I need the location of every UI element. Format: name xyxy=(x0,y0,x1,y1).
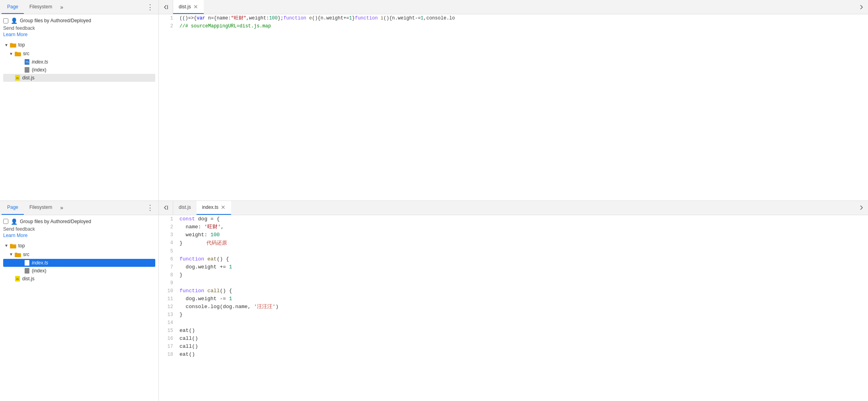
restore-label: 代码还原 xyxy=(206,240,227,246)
collapse-icon-top xyxy=(163,4,169,10)
code-line-14-indexts: 14 xyxy=(159,319,868,327)
tree-item-top-folder[interactable]: top xyxy=(3,40,155,49)
code-tab-indexts-bottom[interactable]: index.ts ✕ xyxy=(197,201,231,215)
line-num-idx-9: 9 xyxy=(162,279,173,287)
tree-label-index-bottom: (index) xyxy=(32,268,46,274)
line-num-idx-14: 14 xyxy=(162,319,173,327)
tab-more-top[interactable]: » xyxy=(58,4,66,10)
arrow-top xyxy=(3,42,10,48)
line-code-1: (()=>{var n={name:"旺财",weight:100};funct… xyxy=(179,14,455,22)
top-left-content: 👤 Group files by Authored/Deployed Send … xyxy=(0,14,158,200)
group-files-row-bottom: 👤 Group files by Authored/Deployed xyxy=(3,218,155,225)
expand-icon-bottom xyxy=(858,205,864,210)
top-left-menu-btn[interactable]: ⋮ xyxy=(143,3,157,12)
svg-text:JS: JS xyxy=(16,278,19,280)
tree-item-index-top[interactable]: (index) xyxy=(3,66,155,74)
group-files-icon-top: 👤 xyxy=(11,17,17,24)
svg-rect-3 xyxy=(15,52,21,56)
feedback-section-bottom: Send feedback Learn More xyxy=(3,226,155,238)
bottom-collapse-btn[interactable] xyxy=(159,201,173,215)
line-code-idx-15: eat() xyxy=(179,327,195,335)
code-line-2-distjs: 2 //# sourceMappingURL=dist.js.map xyxy=(159,22,868,30)
svg-rect-1 xyxy=(10,44,16,48)
learn-more-link-bottom[interactable]: Learn More xyxy=(3,233,27,238)
line-code-idx-4: }代码还原 xyxy=(179,239,227,247)
line-num-idx-15: 15 xyxy=(162,327,173,335)
svg-text:TS: TS xyxy=(25,61,29,64)
feedback-section-top: Send feedback Learn More xyxy=(3,25,155,37)
tree-item-src-bottom[interactable]: src xyxy=(3,250,155,259)
learn-more-link-top[interactable]: Learn More xyxy=(3,32,27,37)
code-line-3-indexts: 3 weight: 100 xyxy=(159,231,868,239)
code-line-9-indexts: 9 xyxy=(159,279,868,287)
code-line-18-indexts: 18 eat() xyxy=(159,351,868,359)
code-line-12-indexts: 12 console.log(dog.name, '汪汪汪') xyxy=(159,303,868,311)
tree-label-src-bottom: src xyxy=(23,252,29,257)
generic-file-icon-bottom xyxy=(24,268,30,274)
arrow-src-top xyxy=(8,50,14,57)
tree-label-top-bottom: top xyxy=(18,243,25,249)
bottom-code-tab-bar: dist.js index.ts ✕ xyxy=(159,201,868,215)
tree-item-top-folder-bottom[interactable]: top xyxy=(3,241,155,250)
tree-item-indexts-top[interactable]: TS index.ts xyxy=(3,58,155,66)
js-file-icon-top: JS xyxy=(14,75,21,81)
line-num-idx-18: 18 xyxy=(162,351,173,359)
line-code-idx-11: dog.weight -= 1 xyxy=(179,295,232,303)
line-code-idx-10: function call() { xyxy=(179,287,232,295)
top-expand-btn[interactable] xyxy=(854,0,868,14)
tab-filesystem-top[interactable]: Filesystem xyxy=(24,0,58,14)
code-line-17-indexts: 17 call() xyxy=(159,343,868,351)
tree-item-src-top[interactable]: src xyxy=(3,49,155,58)
arrow-index-top xyxy=(17,67,24,73)
bottom-expand-btn[interactable] xyxy=(854,201,868,215)
line-num-idx-6: 6 xyxy=(162,255,173,263)
tree-label-distjs-bottom: dist.js xyxy=(22,276,35,281)
tree-label-index-top: (index) xyxy=(32,67,46,73)
code-line-6-indexts: 6 function eat() { xyxy=(159,255,868,263)
arrow-top-bottom xyxy=(3,243,10,249)
line-code-idx-1: const dog = { xyxy=(179,215,220,223)
bottom-left-menu-btn[interactable]: ⋮ xyxy=(143,203,157,212)
top-code-panel: dist.js ✕ 1 (()=>{var n={name:"旺财",weigh… xyxy=(159,0,868,201)
bottom-left-tab-bar: Page Filesystem » ⋮ xyxy=(0,201,158,215)
tab-filesystem-bottom[interactable]: Filesystem xyxy=(24,201,58,215)
close-tab-indexts-bottom[interactable]: ✕ xyxy=(221,204,226,210)
line-num-idx-13: 13 xyxy=(162,311,173,319)
group-files-label-bottom: Group files by Authored/Deployed xyxy=(20,219,91,224)
line-num-2: 2 xyxy=(162,22,173,30)
line-code-idx-18: eat() xyxy=(179,351,195,359)
line-code-idx-2: name: '旺财', xyxy=(179,223,224,231)
tree-item-indexts-bottom[interactable]: TS index.ts xyxy=(3,259,155,267)
send-feedback-link-bottom[interactable]: Send feedback xyxy=(3,226,155,232)
line-num-idx-1: 1 xyxy=(162,215,173,223)
tab-page-top[interactable]: Page xyxy=(2,0,24,14)
line-num-idx-12: 12 xyxy=(162,303,173,311)
tab-page-bottom[interactable]: Page xyxy=(2,201,24,215)
folder-icon-src-top xyxy=(14,50,21,57)
line-code-idx-8: } xyxy=(179,271,183,279)
tab-more-bottom[interactable]: » xyxy=(58,204,66,211)
ts-file-icon-top: TS xyxy=(24,59,30,65)
top-collapse-btn[interactable] xyxy=(159,0,173,14)
group-files-label-top: Group files by Authored/Deployed xyxy=(20,18,91,23)
bottom-left-panel: Page Filesystem » ⋮ 👤 Group files by Aut… xyxy=(0,201,158,401)
code-line-5-indexts: 5 xyxy=(159,247,868,255)
send-feedback-link-top[interactable]: Send feedback xyxy=(3,25,155,31)
close-tab-distjs-top[interactable]: ✕ xyxy=(193,4,198,10)
group-files-checkbox-bottom[interactable] xyxy=(3,219,8,224)
tree-item-index-bottom[interactable]: (index) xyxy=(3,267,155,275)
group-files-checkbox-top[interactable] xyxy=(3,18,8,23)
tree-item-distjs-top[interactable]: JS dist.js xyxy=(3,74,155,82)
top-code-content[interactable]: 1 (()=>{var n={name:"旺财",weight:100};fun… xyxy=(159,14,868,200)
code-line-11-indexts: 11 dog.weight -= 1 xyxy=(159,295,868,303)
code-tab-distjs-bottom[interactable]: dist.js xyxy=(173,201,197,215)
tree-item-distjs-bottom[interactable]: JS dist.js xyxy=(3,275,155,283)
code-tab-distjs-top[interactable]: dist.js ✕ xyxy=(173,0,204,14)
expand-icon-top xyxy=(858,4,864,10)
code-line-1-distjs: 1 (()=>{var n={name:"旺财",weight:100};fun… xyxy=(159,14,868,22)
line-num-idx-17: 17 xyxy=(162,343,173,351)
file-tree-top: top src TS xyxy=(3,40,155,82)
arrow-distjs-bottom xyxy=(8,276,14,282)
bottom-code-content[interactable]: 1 const dog = { 2 name: '旺财', 3 weight: … xyxy=(159,215,868,401)
js-file-icon-bottom: JS xyxy=(14,276,21,282)
